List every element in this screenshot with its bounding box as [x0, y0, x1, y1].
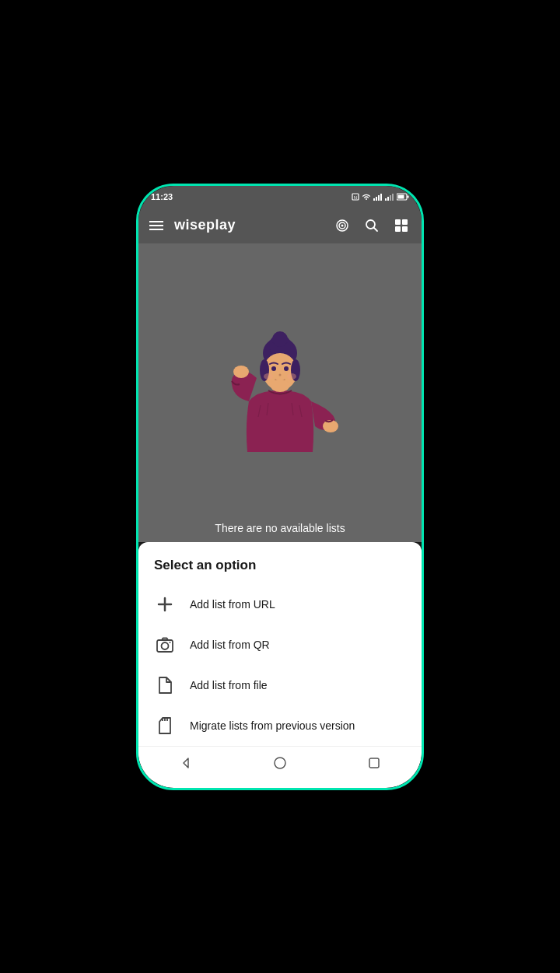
svg-point-43: [162, 642, 169, 649]
plus-icon: [154, 593, 176, 615]
camera-icon: [154, 634, 176, 656]
recents-button[interactable]: [360, 749, 388, 777]
svg-marker-48: [184, 758, 188, 768]
add-url-label: Add list from URL: [190, 598, 275, 611]
app-bar-right: [333, 216, 411, 235]
empty-illustration: [218, 316, 342, 456]
battery-icon: [397, 193, 409, 201]
app-bar-left: wiseplay: [149, 217, 236, 233]
add-file-item[interactable]: Add list from file: [138, 665, 422, 705]
migrate-item[interactable]: Migrate lists from previous version: [138, 705, 422, 746]
svg-rect-7: [387, 197, 389, 201]
bottom-sheet: Select an option Add list from URL: [138, 542, 422, 788]
svg-rect-2: [373, 198, 375, 201]
file-icon: [154, 674, 176, 696]
svg-rect-18: [395, 219, 401, 225]
cast-button[interactable]: [333, 216, 352, 235]
svg-rect-21: [402, 226, 408, 232]
svg-rect-19: [402, 219, 408, 225]
status-icons: N: [352, 193, 409, 201]
sd-card-icon: [154, 715, 176, 737]
svg-point-31: [264, 373, 273, 380]
svg-rect-12: [408, 195, 409, 198]
phone-frame: 11:23 N: [136, 184, 424, 790]
signal-icon: [373, 193, 383, 201]
back-button[interactable]: [172, 749, 200, 777]
svg-rect-50: [369, 758, 379, 768]
svg-rect-6: [385, 198, 387, 201]
nfc-icon: N: [352, 193, 359, 201]
svg-point-29: [284, 366, 289, 371]
wifi-icon: [362, 193, 371, 201]
app-bar: wiseplay: [138, 208, 422, 243]
hamburger-menu-button[interactable]: [149, 221, 163, 230]
svg-rect-8: [390, 195, 391, 201]
phone-inner: 11:23 N: [138, 186, 422, 788]
add-qr-label: Add list from QR: [190, 639, 270, 651]
svg-point-49: [275, 758, 285, 768]
add-url-item[interactable]: Add list from URL: [138, 584, 422, 625]
svg-line-17: [374, 227, 378, 231]
svg-point-32: [287, 373, 296, 380]
svg-point-37: [233, 366, 249, 378]
search-button[interactable]: [362, 216, 381, 235]
svg-rect-4: [378, 195, 380, 201]
app-title: wiseplay: [174, 217, 236, 233]
svg-text:N: N: [354, 195, 357, 200]
svg-point-30: [279, 373, 282, 376]
status-time: 11:23: [151, 192, 173, 201]
svg-point-15: [341, 224, 344, 226]
svg-rect-20: [395, 226, 401, 232]
add-file-label: Add list from file: [190, 679, 268, 691]
migrate-label: Migrate lists from previous version: [190, 719, 355, 732]
add-qr-item[interactable]: Add list from QR: [138, 625, 422, 665]
svg-point-24: [272, 331, 288, 347]
home-button[interactable]: [266, 749, 294, 777]
svg-point-28: [271, 366, 276, 371]
svg-point-38: [271, 380, 289, 392]
svg-rect-9: [392, 194, 394, 201]
nav-bar: [138, 746, 422, 780]
svg-rect-3: [376, 197, 377, 201]
screen: 11:23 N: [138, 186, 422, 788]
signal2-icon: [385, 193, 394, 201]
status-bar: 11:23 N: [138, 186, 422, 208]
svg-rect-5: [380, 194, 382, 201]
bottom-sheet-title: Select an option: [138, 558, 422, 584]
svg-point-44: [170, 642, 171, 643]
main-content: There are no available lists: [138, 243, 422, 542]
grid-button[interactable]: [392, 216, 411, 235]
svg-rect-11: [398, 194, 404, 198]
empty-text: There are no available lists: [199, 522, 360, 534]
